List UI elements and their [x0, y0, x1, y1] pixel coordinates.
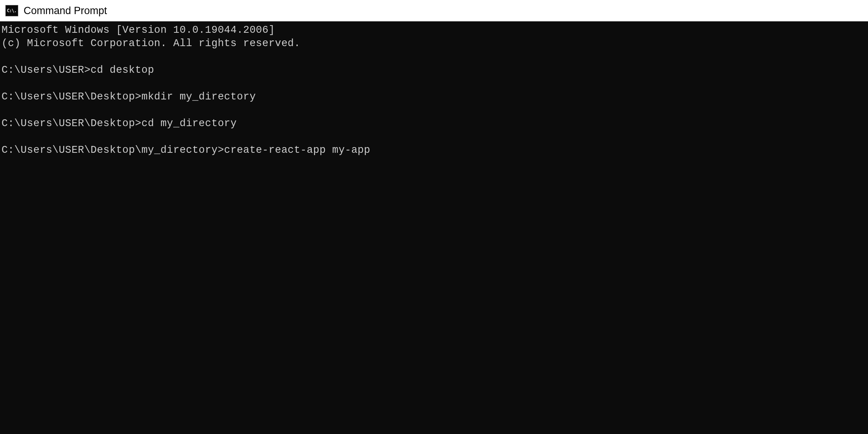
terminal-prompt: C:\Users\USER\Desktop\my_directory>	[2, 144, 224, 156]
terminal-command: cd my_directory	[141, 118, 237, 129]
terminal-command-line: C:\Users\USER\Desktop\my_directory>creat…	[2, 144, 866, 157]
terminal-blank-line	[2, 130, 866, 144]
app-icon-label: C:\.	[7, 8, 16, 13]
terminal-command: create-react-app my-app	[224, 144, 370, 156]
terminal-blank-line	[2, 104, 866, 117]
terminal-command-line: C:\Users\USER>cd desktop	[2, 64, 866, 77]
terminal-command: cd desktop	[91, 64, 154, 76]
terminal-command-line: C:\Users\USER\Desktop>cd my_directory	[2, 117, 866, 130]
terminal-prompt: C:\Users\USER\Desktop>	[2, 118, 141, 129]
terminal-command-line: C:\Users\USER\Desktop>mkdir my_directory	[2, 90, 866, 104]
terminal-output-line: (c) Microsoft Corporation. All rights re…	[2, 37, 866, 50]
command-prompt-icon: C:\.	[5, 5, 18, 16]
terminal-prompt: C:\Users\USER>	[2, 64, 91, 76]
titlebar[interactable]: C:\. Command Prompt	[0, 0, 868, 21]
terminal-prompt: C:\Users\USER\Desktop>	[2, 91, 141, 102]
terminal-area[interactable]: Microsoft Windows [Version 10.0.19044.20…	[0, 21, 868, 434]
terminal-blank-line	[2, 77, 866, 90]
window-title: Command Prompt	[24, 5, 107, 17]
terminal-command: mkdir my_directory	[141, 91, 256, 102]
command-prompt-window: C:\. Command Prompt Microsoft Windows [V…	[0, 0, 868, 434]
terminal-blank-line	[2, 50, 866, 64]
terminal-output-line: Microsoft Windows [Version 10.0.19044.20…	[2, 24, 866, 37]
